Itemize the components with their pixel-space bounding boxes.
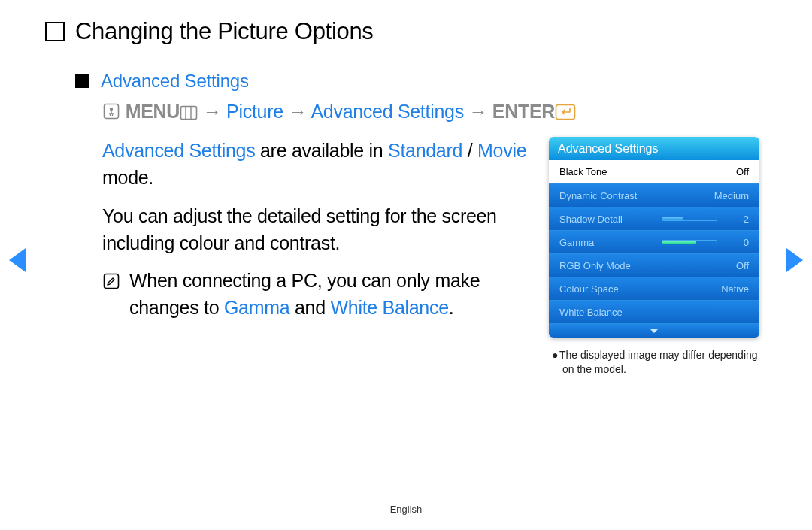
panel-row-value: -2 [722,214,749,225]
page-title: Changing the Picture Options [75,18,374,45]
panel-row-label: Shadow Detail [559,214,623,225]
p1-movie: Movie [477,140,526,161]
p1-standard: Standard [388,140,462,161]
bookmark-square-icon [45,22,65,41]
menu-icon [180,103,198,125]
panel-row-right: Off [722,260,749,271]
panel-row-right: Native [721,283,749,295]
p1-mid: are available in [255,140,388,161]
panel-slider-track[interactable] [662,240,717,244]
panel-row-label: Dynamic Contrast [559,190,637,201]
enter-icon [555,103,576,125]
paragraph-modes: Advanced Settings are available in Stand… [102,137,531,192]
language-label: English [0,504,812,515]
nav-step-advanced: Advanced Settings [311,101,463,122]
panel-row[interactable]: White Balance [549,300,759,323]
nav-step-picture: Picture [226,101,283,122]
panel-header: Advanced Settings [549,137,759,160]
svg-rect-6 [105,274,119,289]
note-and: and [289,297,330,318]
bullet-icon: ● [552,348,559,362]
section-heading-label: Advanced Settings [101,71,249,92]
panel-slider-track[interactable] [662,217,717,221]
panel-row-value: Medium [714,190,749,201]
note-row: When connecting a PC, you can only make … [102,267,531,332]
tool-icon [102,102,120,125]
page-prev-arrow[interactable] [9,248,26,272]
panel-row-right: 0 [662,237,749,248]
panel-row-value: 0 [722,237,749,248]
panel-row[interactable]: Gamma0 [549,230,759,253]
enter-label: ENTER [492,101,555,122]
panel-row-label: RGB Only Mode [559,260,631,271]
note-text: When connecting a PC, you can only make … [129,267,531,322]
note-white-balance: White Balance [330,297,448,318]
panel-disclaimer: ●The displayed image may differ dependin… [549,348,767,377]
panel-row-label: Black Tone [559,166,607,177]
panel-slider-fill [662,217,683,220]
chevron-down-icon [650,329,658,333]
p1-adv-settings: Advanced Settings [102,140,255,161]
panel-row-right: Medium [714,190,749,201]
panel-slider-fill [662,241,696,244]
panel-row-value: Native [721,283,749,295]
paragraph-adjust: You can adjust the detailed setting for … [102,202,531,257]
p1-tail: mode. [102,167,153,188]
nav-arrow-1: → [203,101,222,122]
panel-scroll-down[interactable] [549,323,759,338]
svg-point-1 [110,108,113,111]
disclaimer-text: The displayed image may differ depending… [559,349,758,375]
panel-row[interactable]: Shadow Detail-2 [549,207,759,230]
note-gamma: Gamma [224,297,289,318]
body-text: Advanced Settings are available in Stand… [102,137,531,332]
nav-arrow-3: → [468,101,487,122]
panel-row-right: -2 [662,214,749,225]
section-marker-icon [75,74,89,88]
advanced-settings-panel: Advanced Settings Black ToneOffDynamic C… [549,137,759,338]
note-tail: . [449,297,454,318]
section-heading: Advanced Settings [75,71,767,92]
panel-row-label: Gamma [559,237,594,248]
menu-navigation-path: MENU → Picture → Advanced Settings → ENT… [75,101,767,125]
panel-row-value: Off [722,166,749,177]
page-next-arrow[interactable] [786,248,803,272]
menu-label: MENU [126,101,180,122]
nav-arrow-2: → [288,101,307,122]
panel-row[interactable]: RGB Only ModeOff [549,253,759,277]
note-pencil-icon [102,270,120,332]
page-title-row: Changing the Picture Options [45,18,767,45]
panel-row-right: Off [722,166,749,177]
panel-row[interactable]: Dynamic ContrastMedium [549,183,759,207]
panel-row[interactable]: Colour SpaceNative [549,277,759,300]
p1-slash: / [462,140,477,161]
panel-row-value: Off [722,260,749,271]
panel-row[interactable]: Black ToneOff [549,160,759,183]
panel-row-label: White Balance [559,307,623,318]
svg-rect-2 [181,107,197,120]
panel-row-label: Colour Space [559,283,619,295]
